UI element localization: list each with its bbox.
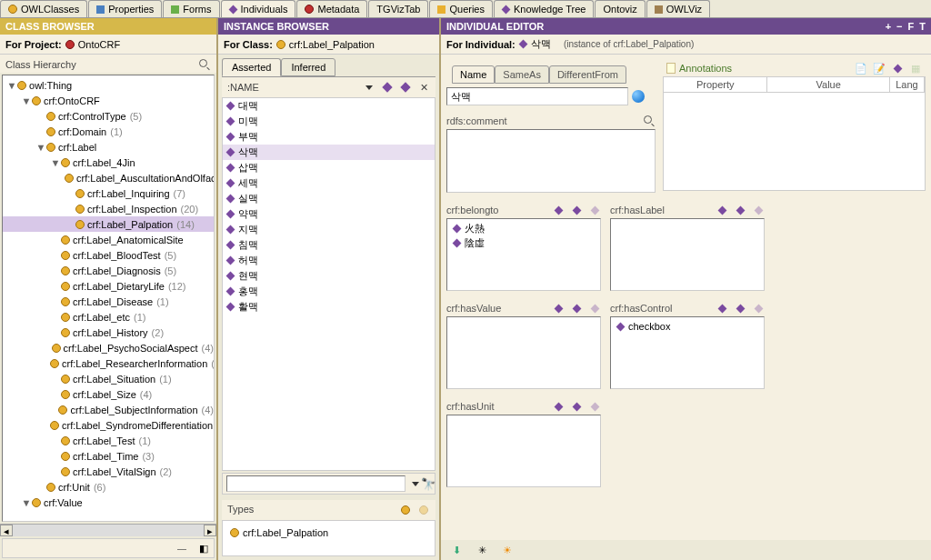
prop-add2-icon[interactable] xyxy=(570,400,583,413)
create-instance-icon[interactable] xyxy=(381,81,394,94)
instance-search-input[interactable] xyxy=(226,475,405,492)
class-tree[interactable]: ▼ owl:Thing▼ crf:OntoCRF crf:ControlType… xyxy=(2,75,215,522)
sun-icon[interactable]: ☀ xyxy=(501,544,514,556)
download-icon[interactable]: ⬇ xyxy=(450,544,463,556)
tree-node[interactable]: crf:Unit(6) xyxy=(3,479,214,495)
prop-remove-icon[interactable] xyxy=(752,302,765,315)
prop-add-icon[interactable] xyxy=(552,302,565,315)
tree-node[interactable]: ▼ crf:OntoCRF xyxy=(3,93,214,108)
editor-tab-sameas[interactable]: SameAs xyxy=(495,65,549,84)
instance-row[interactable]: 실맥 xyxy=(223,191,435,206)
instance-row[interactable]: 허맥 xyxy=(223,253,435,268)
tree-node[interactable]: crf:Label_AnatomicalSite xyxy=(3,232,214,247)
instance-row[interactable]: 미맥 xyxy=(223,114,435,129)
instance-row[interactable]: 대맥 xyxy=(223,98,435,114)
top-tab-ontoviz[interactable]: Ontoviz xyxy=(595,0,645,17)
prop-body[interactable] xyxy=(446,415,601,487)
editor-hdr-btn-T[interactable]: T xyxy=(919,21,926,32)
prop-remove-icon[interactable] xyxy=(588,204,601,216)
copy-instance-icon[interactable] xyxy=(399,81,412,94)
bug-icon[interactable]: ✳ xyxy=(476,544,488,556)
prop-remove-icon[interactable] xyxy=(588,302,601,315)
tree-node[interactable]: crf:Label_SyndromeDifferentiation(5) xyxy=(3,417,214,433)
tree-node[interactable]: crf:Label_PsychoSocialAspect(4) xyxy=(3,340,214,355)
instance-row[interactable]: 세맥 xyxy=(223,175,435,191)
ann-col-value[interactable]: Value xyxy=(767,77,890,92)
prop-add2-icon[interactable] xyxy=(734,204,746,216)
editor-hdr-btn-F[interactable]: F xyxy=(908,21,915,32)
instance-row[interactable]: 활맥 xyxy=(223,299,435,315)
editor-hdr-btn-+[interactable]: + xyxy=(886,21,891,32)
tree-node[interactable]: ▼ owl:Thing xyxy=(3,77,214,93)
tree-node[interactable]: crf:Label_ResearcherInformation(4) xyxy=(3,355,214,371)
instance-row[interactable]: 침맥 xyxy=(223,237,435,253)
instance-row[interactable]: 현맥 xyxy=(223,268,435,284)
top-tab-tgviztab[interactable]: TGVizTab xyxy=(368,0,428,17)
instance-row[interactable]: 지맥 xyxy=(223,222,435,237)
prop-add-icon[interactable] xyxy=(716,302,728,315)
prop-value-row[interactable]: 陰虛 xyxy=(449,235,598,250)
tree-node[interactable]: crf:Label_Situation(1) xyxy=(3,371,214,386)
ann-btn3-icon[interactable] xyxy=(891,62,904,75)
name-input[interactable] xyxy=(446,87,628,105)
prop-add-icon[interactable] xyxy=(716,204,728,216)
top-tab-properties[interactable]: Properties xyxy=(88,0,162,17)
ann-btn4-icon[interactable]: ▦ xyxy=(909,62,922,75)
tree-node[interactable]: crf:Label_SubjectInformation(4) xyxy=(3,402,214,417)
tree-twisty[interactable]: ▼ xyxy=(35,142,46,153)
globe-icon[interactable] xyxy=(632,90,645,103)
top-tab-individuals[interactable]: Individuals xyxy=(221,0,296,17)
remove-type-icon[interactable] xyxy=(417,504,430,516)
tree-node[interactable]: crf:ControlType(5) xyxy=(3,108,214,124)
prop-body[interactable]: 火熱陰虛 xyxy=(446,218,601,291)
editor-tab-name[interactable]: Name xyxy=(452,65,495,84)
editor-tab-differentfrom[interactable]: DifferentFrom xyxy=(549,65,626,84)
tree-node[interactable]: crf:Label_Inspection(20) xyxy=(3,201,214,216)
tree-horizontal-scrollbar[interactable]: ◂ ▸ xyxy=(0,524,216,536)
tree-node[interactable]: crf:Label_Time(3) xyxy=(3,448,214,464)
tree-node[interactable]: crf:Label_VitalSign(2) xyxy=(3,464,214,479)
tree-node[interactable]: crf:Label_History(2) xyxy=(3,325,214,340)
type-row[interactable]: crf:Label_Palpation xyxy=(226,525,431,540)
scroll-track[interactable] xyxy=(13,525,204,536)
prop-body[interactable] xyxy=(446,316,601,389)
scroll-left-arrow[interactable]: ◂ xyxy=(0,525,13,536)
footer-expand-icon[interactable]: ◧ xyxy=(197,542,210,555)
hierarchy-action-icon[interactable] xyxy=(198,58,211,71)
tree-twisty[interactable]: ▼ xyxy=(6,80,17,91)
top-tab-owlviz[interactable]: OWLViz xyxy=(646,0,710,17)
dropdown-icon[interactable] xyxy=(363,81,375,94)
top-tab-metadata[interactable]: Metadata xyxy=(296,0,367,17)
prop-add-icon[interactable] xyxy=(552,204,565,216)
tree-node[interactable]: crf:Label_BloodTest(5) xyxy=(3,247,214,263)
prop-remove-icon[interactable] xyxy=(588,400,601,413)
tree-twisty[interactable]: ▼ xyxy=(21,497,32,508)
prop-add2-icon[interactable] xyxy=(570,204,583,216)
tree-node[interactable]: ▼ crf:Value xyxy=(3,495,214,510)
ann-btn2-icon[interactable]: 📝 xyxy=(873,62,886,75)
tree-node[interactable]: crf:Label_Diagnosis(5) xyxy=(3,263,214,278)
tree-node[interactable]: crf:Label_Disease(1) xyxy=(3,294,214,309)
prop-remove-icon[interactable] xyxy=(752,204,765,216)
top-tab-forms[interactable]: Forms xyxy=(163,0,219,17)
binoculars-icon[interactable]: 🔭 xyxy=(422,477,435,490)
prop-add2-icon[interactable] xyxy=(570,302,583,315)
subtab-inferred[interactable]: Inferred xyxy=(281,58,335,76)
ann-col-lang[interactable]: Lang xyxy=(890,77,925,92)
prop-value-row[interactable]: checkbox xyxy=(613,319,762,334)
tree-node[interactable]: crf:Label_DietaryLife(12) xyxy=(3,278,214,294)
instance-list[interactable]: 대맥미맥부맥삭맥삽맥세맥실맥약맥지맥침맥허맥현맥홍맥활맥 xyxy=(222,97,435,471)
subtab-asserted[interactable]: Asserted xyxy=(222,58,281,76)
tree-node[interactable]: crf:Label_Size(4) xyxy=(3,386,214,402)
prop-body[interactable]: checkbox xyxy=(610,316,765,389)
prop-add-icon[interactable] xyxy=(552,400,565,413)
prop-value-row[interactable]: 火熱 xyxy=(449,221,598,235)
tree-node[interactable]: ▼ crf:Label_4Jin xyxy=(3,155,214,170)
editor-hdr-btn-−[interactable]: − xyxy=(896,21,902,32)
prop-body[interactable] xyxy=(610,218,765,291)
ann-col-property[interactable]: Property xyxy=(664,77,767,92)
scroll-right-arrow[interactable]: ▸ xyxy=(204,525,216,536)
tree-node[interactable]: crf:Domain(1) xyxy=(3,124,214,139)
tree-node[interactable]: crf:Label_Palpation(14) xyxy=(3,216,214,232)
tree-twisty[interactable]: ▼ xyxy=(50,157,61,168)
